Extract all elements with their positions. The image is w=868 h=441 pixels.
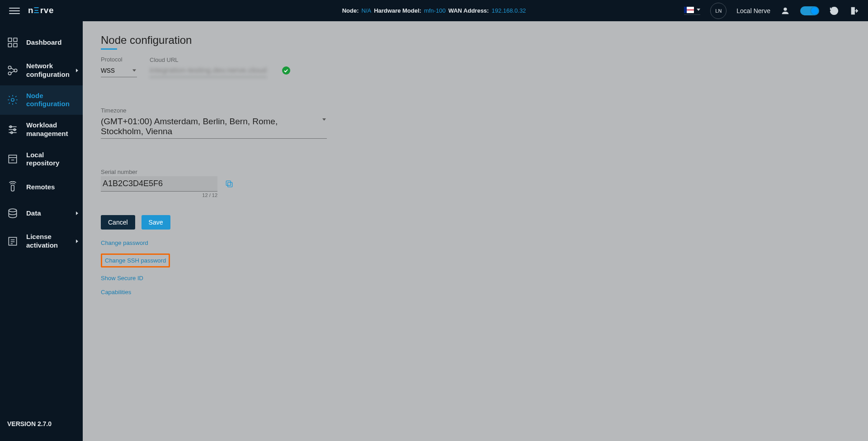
topbar: nΞrve Node: N/A Hardware Model: mfn-100 …: [0, 0, 868, 21]
chevron-right-icon: [76, 239, 78, 243]
svg-text:n: n: [28, 6, 33, 15]
topbar-status: Node: N/A Hardware Model: mfn-100 WAN Ad…: [342, 7, 526, 14]
title-underline: [101, 48, 117, 50]
change-ssh-password-link[interactable]: Change SSH password: [101, 253, 170, 267]
version-label: VERSION 2.7.0: [0, 411, 83, 441]
repository-icon: [6, 153, 19, 165]
sliders-icon: [6, 124, 19, 136]
sidebar-item-label: Network configuration: [26, 62, 76, 79]
svg-line-12: [11, 71, 14, 73]
sidebar-item-label: Data: [26, 209, 41, 218]
avatar[interactable]: LN: [710, 3, 726, 19]
protocol-select[interactable]: wss: [101, 64, 137, 77]
protocol-label: Protocol: [101, 56, 137, 63]
svg-text:Ξ: Ξ: [34, 6, 39, 15]
sidebar-item-label: License activation: [26, 233, 76, 250]
svg-rect-7: [14, 43, 17, 47]
sidebar-item-node-configuration[interactable]: Node configuration: [0, 85, 83, 115]
show-secure-id-link[interactable]: Show Secure ID: [101, 275, 143, 281]
menu-toggle-icon[interactable]: [9, 5, 20, 16]
svg-line-11: [11, 68, 14, 70]
language-selector[interactable]: [684, 7, 700, 15]
content-area: Node configuration Protocol wss Cloud UR…: [83, 21, 868, 441]
serial-label: Serial number: [101, 169, 217, 175]
chevron-right-icon: [76, 69, 78, 72]
remote-icon: [6, 181, 19, 193]
save-button[interactable]: Save: [142, 215, 170, 230]
svg-rect-29: [228, 183, 232, 187]
network-icon: [6, 65, 19, 76]
cloudurl-field-wrap: Cloud URL integration-testing.dev.nerve.…: [150, 56, 267, 77]
chevron-down-icon: [697, 9, 700, 11]
change-password-link[interactable]: Change password: [101, 239, 148, 246]
sidebar-item-label: Local repository: [26, 151, 76, 168]
sidebar-item-local-repository[interactable]: Local repository: [0, 145, 83, 174]
serial-field: Serial number 12 / 12: [101, 169, 217, 198]
flag-icon: [684, 7, 694, 13]
gear-icon: [6, 94, 19, 106]
reload-icon[interactable]: [829, 6, 839, 16]
timezone-field: Timezone (GMT+01:00) Amsterdam, Berlin, …: [101, 107, 327, 139]
sidebar-item-remotes[interactable]: Remotes: [0, 174, 83, 200]
sidebar-item-license-activation[interactable]: License activation: [0, 226, 83, 256]
svg-point-24: [9, 209, 16, 212]
cloudurl-label: Cloud URL: [150, 56, 267, 63]
data-icon: [6, 207, 19, 219]
node-value: N/A: [362, 7, 372, 14]
svg-rect-5: [14, 38, 17, 42]
theme-toggle[interactable]: [800, 6, 819, 15]
page-title: Node configuration: [101, 34, 850, 47]
wan-label: WAN Address:: [448, 7, 489, 14]
sidebar: Dashboard Network configuration Node con…: [0, 21, 83, 441]
svg-rect-23: [11, 185, 14, 191]
topbar-right: LN Local Nerve: [684, 3, 859, 19]
sidebar-item-label: Remotes: [26, 183, 55, 192]
timezone-select[interactable]: (GMT+01:00) Amsterdam, Berlin, Bern, Rom…: [101, 115, 327, 139]
sidebar-item-data[interactable]: Data: [0, 200, 83, 226]
timezone-label: Timezone: [101, 107, 327, 114]
logout-icon[interactable]: [849, 6, 859, 16]
protocol-field: Protocol wss: [101, 56, 137, 77]
svg-point-13: [11, 99, 14, 102]
sidebar-item-network-configuration[interactable]: Network configuration: [0, 56, 83, 85]
hw-label: Hardware Model:: [374, 7, 421, 14]
sidebar-item-workload-management[interactable]: Workload management: [0, 115, 83, 145]
cloudurl-input[interactable]: integration-testing.dev.nerve.cloud: [150, 64, 267, 77]
svg-rect-6: [8, 43, 12, 47]
capabilities-link[interactable]: Capabilities: [101, 289, 131, 296]
serial-input[interactable]: [101, 176, 217, 192]
check-icon: [282, 66, 290, 75]
svg-rect-30: [226, 181, 231, 185]
svg-rect-4: [8, 38, 12, 42]
cancel-button[interactable]: Cancel: [101, 215, 135, 230]
license-icon: [6, 235, 19, 247]
sidebar-item-label: Workload management: [26, 121, 76, 138]
sidebar-item-label: Dashboard: [26, 38, 61, 47]
svg-point-3: [783, 7, 787, 10]
wan-value: 192.168.0.32: [491, 7, 526, 14]
svg-point-9: [14, 69, 17, 72]
svg-rect-20: [9, 155, 16, 163]
svg-point-10: [8, 72, 11, 75]
chevron-right-icon: [76, 211, 78, 215]
copy-icon[interactable]: [225, 179, 234, 190]
logo: nΞrve: [28, 6, 78, 16]
user-icon[interactable]: [780, 6, 790, 16]
hw-value: mfn-100: [424, 7, 446, 14]
svg-point-8: [8, 66, 11, 69]
svg-text:rve: rve: [40, 6, 54, 15]
sidebar-item-dashboard[interactable]: Dashboard: [0, 29, 83, 56]
user-label: Local Nerve: [736, 7, 770, 14]
node-label: Node:: [342, 7, 359, 14]
dashboard-icon: [6, 37, 19, 48]
serial-counter: 12 / 12: [101, 192, 217, 198]
sidebar-item-label: Node configuration: [26, 92, 76, 109]
